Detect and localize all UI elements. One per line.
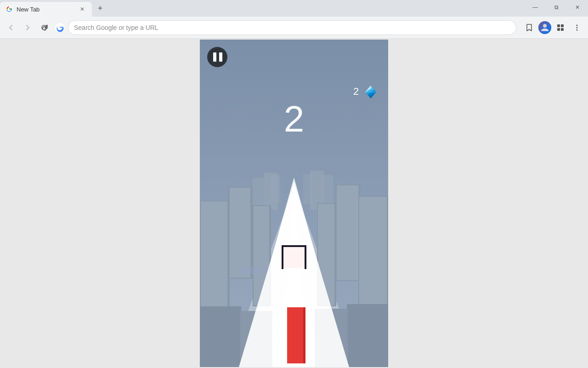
back-button[interactable]	[4, 20, 18, 35]
svg-rect-21	[303, 174, 312, 204]
bookmark-icon	[525, 23, 533, 32]
menu-icon	[573, 23, 581, 32]
svg-point-48	[207, 47, 227, 67]
svg-rect-18	[271, 175, 280, 203]
svg-text:2: 2	[284, 98, 305, 139]
svg-point-10	[577, 27, 578, 28]
svg-point-9	[577, 24, 578, 26]
menu-button[interactable]	[570, 20, 584, 35]
svg-rect-6	[561, 24, 564, 27]
svg-rect-5	[557, 24, 560, 27]
svg-rect-41	[282, 245, 283, 269]
svg-rect-40	[282, 245, 306, 268]
forward-arrow-icon	[24, 24, 31, 31]
game-container[interactable]: 2 2	[200, 40, 388, 367]
svg-rect-17	[253, 178, 264, 210]
address-bar[interactable]: Search Google or type a URL	[68, 20, 516, 35]
new-tab-button[interactable]: +	[94, 2, 107, 15]
tab-favicon	[6, 6, 13, 13]
svg-rect-49	[213, 52, 216, 62]
svg-rect-42	[305, 245, 306, 269]
back-arrow-icon	[7, 24, 15, 31]
tab-title: New Tab	[17, 6, 74, 13]
bookmark-button[interactable]	[522, 20, 537, 35]
svg-rect-7	[557, 28, 560, 31]
tab-close-button[interactable]: ✕	[78, 5, 86, 13]
address-text: Search Google or type a URL	[74, 24, 158, 31]
active-tab[interactable]: New Tab ✕	[0, 2, 92, 17]
extensions-button[interactable]	[553, 20, 568, 35]
window-controls: — ⧉ ✕	[525, 0, 588, 17]
avatar-image	[538, 21, 551, 34]
restore-button[interactable]: ⧉	[546, 0, 567, 15]
minimize-button[interactable]: —	[525, 0, 546, 15]
svg-rect-29	[337, 185, 358, 280]
svg-text:2: 2	[353, 86, 359, 97]
google-logo	[55, 23, 64, 32]
toolbar-right	[522, 20, 584, 35]
tab-bar: New Tab ✕ + — ⧉ ✕	[0, 0, 588, 17]
svg-rect-43	[282, 245, 306, 247]
reload-icon	[40, 24, 48, 31]
svg-rect-8	[561, 28, 564, 31]
toolbar: Search Google or type a URL	[0, 17, 588, 39]
svg-point-4	[538, 21, 551, 34]
svg-point-11	[577, 29, 578, 30]
close-button[interactable]: ✕	[567, 0, 588, 15]
extensions-icon	[556, 23, 565, 32]
browser-frame: New Tab ✕ + — ⧉ ✕	[0, 0, 588, 368]
content-area: 2 2	[0, 39, 588, 368]
profile-avatar[interactable]	[538, 21, 551, 34]
game-scene: 2 2	[200, 40, 388, 367]
svg-rect-46	[303, 307, 305, 363]
svg-rect-50	[219, 52, 222, 62]
svg-rect-45	[287, 307, 305, 363]
svg-rect-23	[230, 188, 250, 278]
svg-rect-36	[347, 304, 388, 367]
svg-rect-34	[200, 306, 241, 367]
reload-button[interactable]	[37, 20, 51, 35]
forward-button[interactable]	[20, 20, 35, 35]
